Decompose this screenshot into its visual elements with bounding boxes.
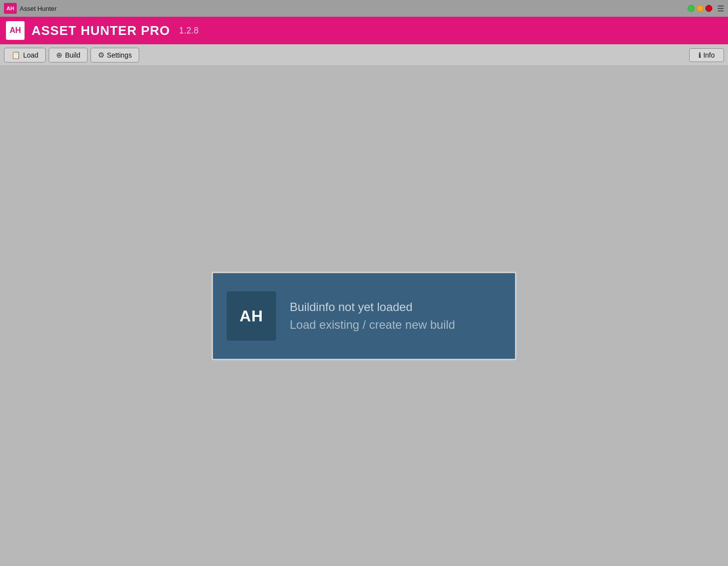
card-text-line1: Buildinfo not yet loaded xyxy=(290,300,455,314)
build-button[interactable]: ⊕ Build xyxy=(49,48,88,63)
card-text-line2: Load existing / create new build xyxy=(290,318,455,332)
title-bar: AH Asset Hunter ☰ xyxy=(0,0,728,17)
app-header-logo: AH xyxy=(6,21,25,40)
app-header-version: 1.2.8 xyxy=(179,26,199,36)
toolbar-right: ℹ Info xyxy=(689,48,724,62)
traffic-light-red[interactable] xyxy=(705,5,712,12)
toolbar-left: 📋 Load ⊕ Build ⚙ Settings xyxy=(4,48,139,63)
settings-label: Settings xyxy=(107,51,132,59)
load-button[interactable]: 📋 Load xyxy=(4,48,46,63)
traffic-light-green[interactable] xyxy=(688,5,695,12)
window-menu-icon[interactable]: ☰ xyxy=(717,4,724,13)
title-bar-controls: ☰ xyxy=(688,4,724,13)
load-icon: 📋 xyxy=(11,51,21,60)
main-content: AH Buildinfo not yet loaded Load existin… xyxy=(0,66,728,566)
card-logo: AH xyxy=(227,291,276,341)
load-label: Load xyxy=(23,51,38,59)
settings-icon: ⚙ xyxy=(98,51,104,60)
toolbar: 📋 Load ⊕ Build ⚙ Settings ℹ Info xyxy=(0,44,728,66)
build-label: Build xyxy=(65,51,80,59)
info-button[interactable]: ℹ Info xyxy=(689,48,724,62)
card-text: Buildinfo not yet loaded Load existing /… xyxy=(290,300,455,332)
app-header-title: ASSET HUNTER PRO xyxy=(31,23,170,38)
settings-button[interactable]: ⚙ Settings xyxy=(91,48,139,63)
traffic-light-yellow[interactable] xyxy=(697,5,703,12)
title-bar-title: Asset Hunter xyxy=(20,5,57,12)
build-icon: ⊕ xyxy=(56,51,62,60)
title-bar-left: AH Asset Hunter xyxy=(4,3,57,14)
info-icon: ℹ xyxy=(698,51,701,59)
title-bar-logo-icon: AH xyxy=(4,3,17,14)
center-card: AH Buildinfo not yet loaded Load existin… xyxy=(212,272,516,360)
info-label: Info xyxy=(703,51,715,59)
app-header: AH ASSET HUNTER PRO 1.2.8 xyxy=(0,17,728,44)
